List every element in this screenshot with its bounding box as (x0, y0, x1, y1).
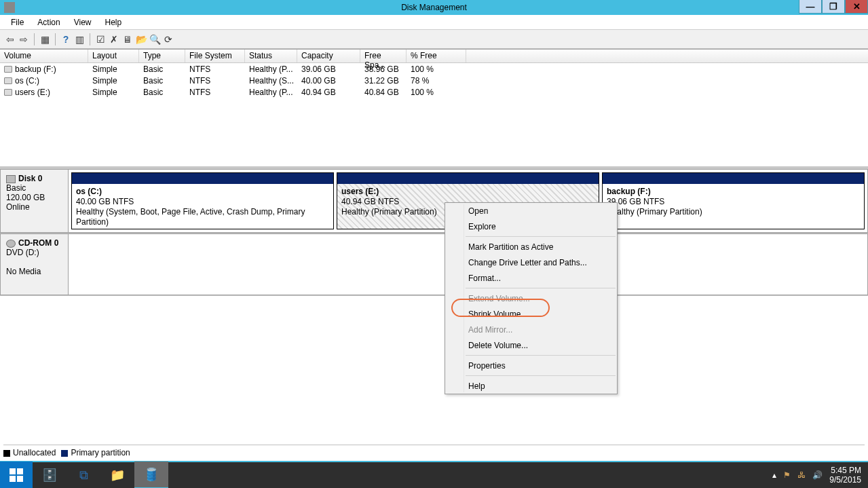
forward-icon[interactable]: ⇨ (18, 33, 30, 45)
volume-row[interactable]: users (E:) Simple Basic NTFS Healthy (P.… (0, 86, 868, 98)
col-filesystem[interactable]: File System (185, 50, 245, 62)
taskbar-explorer-icon[interactable]: 📁 (100, 462, 134, 488)
menu-help[interactable]: Help (98, 18, 129, 27)
grid-icon[interactable]: ▦ (39, 33, 51, 45)
cdrom-label[interactable]: CD-ROM 0 DVD (D:) No Media (0, 233, 68, 295)
volume-list: Volume Layout Type File System Status Ca… (0, 49, 868, 166)
ctx-help[interactable]: Help (445, 378, 617, 394)
svg-rect-0 (10, 468, 16, 474)
start-button[interactable] (0, 462, 33, 488)
legend: Unallocated Primary partition (3, 445, 865, 458)
help-icon[interactable]: ? (60, 33, 72, 45)
maximize-button[interactable]: ❐ (822, 0, 845, 14)
taskbar-diskmgmt-icon[interactable]: 🛢️ (134, 462, 168, 488)
col-layout[interactable]: Layout (88, 50, 139, 62)
drive-icon (4, 77, 12, 84)
ctx-mark-active[interactable]: Mark Partition as Active (445, 239, 617, 255)
col-type[interactable]: Type (139, 50, 185, 62)
disk-icon (6, 175, 16, 183)
drive-icon (4, 66, 12, 73)
volume-row[interactable]: os (C:) Simple Basic NTFS Healthy (S... … (0, 75, 868, 86)
disk-row: Disk 0 Basic 120.00 GB Online os (C:) 40… (0, 169, 868, 233)
cdrom-row: CD-ROM 0 DVD (D:) No Media (0, 233, 868, 296)
ctx-properties[interactable]: Properties (445, 358, 617, 373)
menu-action[interactable]: Action (31, 18, 67, 27)
taskbar: 🗄️ ⧉ 📁 🛢️ ▴ ⚑ 🖧 🔊 5:45 PM 9/5/2015 (0, 461, 868, 488)
taskbar-server-manager-icon[interactable]: 🗄️ (33, 462, 67, 488)
ctx-delete-volume[interactable]: Delete Volume... (445, 337, 617, 353)
search-icon[interactable]: 🔍 (149, 33, 161, 45)
svg-rect-2 (10, 476, 16, 482)
col-free[interactable]: Free Spa... (360, 50, 407, 62)
col-volume[interactable]: Volume (0, 50, 88, 62)
window-title: Disk Management (401, 3, 467, 12)
svg-rect-1 (17, 468, 23, 474)
taskbar-clock[interactable]: 5:45 PM 9/5/2015 (829, 466, 861, 485)
volume-header: Volume Layout Type File System Status Ca… (0, 50, 868, 63)
window-buttons: — ❐ ✕ (799, 0, 868, 14)
app-icon (4, 2, 15, 13)
col-pctfree[interactable]: % Free (407, 50, 466, 62)
close-button[interactable]: ✕ (845, 0, 868, 14)
ctx-explore[interactable]: Explore (445, 219, 617, 234)
col-capacity[interactable]: Capacity (297, 50, 360, 62)
partition-bar (72, 173, 333, 184)
partition-backup[interactable]: backup (F:) 39.06 GB NTFS Healthy (Prima… (602, 172, 865, 229)
volume-row[interactable]: backup (F:) Simple Basic NTFS Healthy (P… (0, 63, 868, 75)
col-status[interactable]: Status (245, 50, 297, 62)
menu-view[interactable]: View (67, 18, 98, 27)
tray-flag-icon[interactable]: ⚑ (783, 470, 791, 480)
folder-icon[interactable]: 📂 (135, 33, 147, 45)
taskbar-powershell-icon[interactable]: ⧉ (67, 462, 100, 488)
ctx-add-mirror: Add Mirror... (445, 322, 617, 337)
disk-graphical-pane: Disk 0 Basic 120.00 GB Online os (C:) 40… (0, 166, 868, 296)
refresh-icon[interactable]: ⟳ (162, 33, 174, 45)
disk0-label[interactable]: Disk 0 Basic 120.00 GB Online (0, 169, 68, 233)
tray-volume-icon[interactable]: 🔊 (812, 470, 823, 480)
tray-chevron-icon[interactable]: ▴ (772, 470, 776, 480)
xmark-icon[interactable]: ✗ (108, 33, 120, 45)
menubar: File Action View Help (0, 15, 868, 30)
menu-file[interactable]: File (4, 18, 31, 27)
ctx-open[interactable]: Open (445, 203, 617, 219)
ctx-shrink-volume[interactable]: Shrink Volume... (445, 306, 617, 322)
back-icon[interactable]: ⇦ (4, 33, 16, 45)
system-tray: ▴ ⚑ 🖧 🔊 5:45 PM 9/5/2015 (772, 466, 868, 485)
toolbar: ⇦ ⇨ ▦ ? ▥ ☑ ✗ 🖥 📂 🔍 ⟳ (0, 30, 868, 49)
cdrom-icon (6, 240, 16, 248)
titlebar: Disk Management — ❐ ✕ (0, 0, 868, 15)
legend-swatch-unallocated (3, 450, 10, 457)
computer-icon[interactable]: 🖥 (121, 33, 134, 45)
ctx-format[interactable]: Format... (445, 270, 617, 286)
drive-icon (4, 89, 12, 96)
svg-rect-3 (17, 476, 23, 482)
checklist-icon[interactable]: ☑ (94, 33, 107, 45)
legend-swatch-primary (61, 450, 68, 457)
minimize-button[interactable]: — (799, 0, 822, 14)
ctx-change-letter[interactable]: Change Drive Letter and Paths... (445, 255, 617, 270)
partition-bar (337, 173, 599, 184)
context-menu: Open Explore Mark Partition as Active Ch… (445, 202, 618, 394)
panel-icon[interactable]: ▥ (73, 33, 86, 45)
partition-os[interactable]: os (C:) 40.00 GB NTFS Healthy (System, B… (71, 172, 334, 229)
ctx-extend-volume: Extend Volume... (445, 290, 617, 306)
partition-bar (603, 173, 864, 184)
tray-network-icon[interactable]: 🖧 (797, 470, 806, 480)
